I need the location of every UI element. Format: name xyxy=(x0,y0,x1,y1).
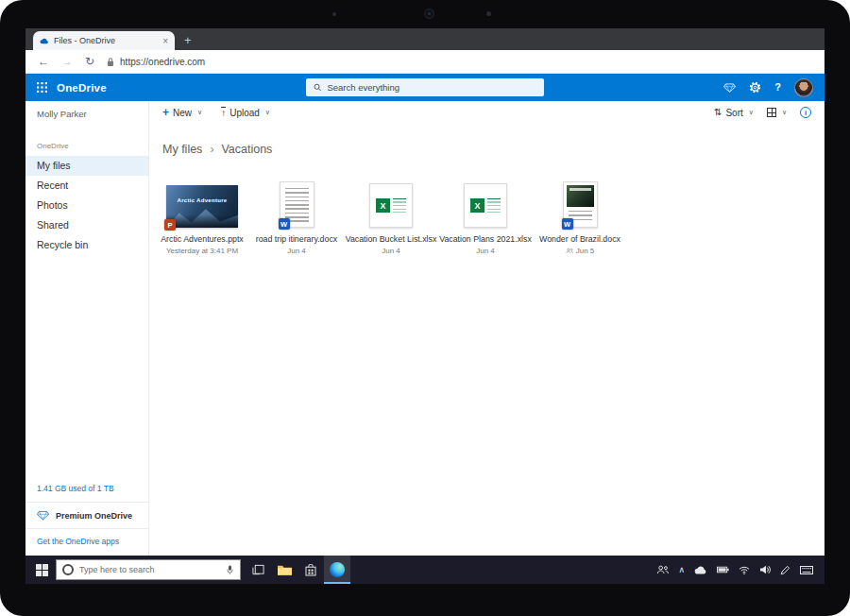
edge-icon[interactable] xyxy=(324,556,350,584)
upload-icon: ↑ xyxy=(221,107,226,118)
edge-logo xyxy=(330,562,345,577)
sidebar: Molly Parker OneDrive My files Recent Ph… xyxy=(26,101,149,556)
file-date: Jun 4 xyxy=(476,247,495,255)
help-icon[interactable]: ? xyxy=(774,82,781,93)
people-icon[interactable] xyxy=(656,565,669,574)
sidebar-item-photos[interactable]: Photos xyxy=(26,196,148,215)
file-name: Vacation Bucket List.xlsx xyxy=(346,234,437,244)
task-view-button[interactable] xyxy=(245,556,271,584)
taskbar-search-box[interactable] xyxy=(56,559,241,580)
avatar[interactable] xyxy=(794,78,813,97)
thumbnail-wrap: W xyxy=(563,177,598,228)
word-icon: W xyxy=(562,218,573,230)
upload-button[interactable]: ↑ Upload ∨ xyxy=(221,107,270,118)
app-launcher-icon[interactable] xyxy=(37,82,47,93)
file-tile-vacation-bucket-list[interactable]: X Vacation Bucket List.xlsx Jun 4 xyxy=(344,177,438,255)
excel-icon: X xyxy=(470,198,484,213)
new-button[interactable]: + New ∨ xyxy=(162,107,202,118)
sidebar-item-shared[interactable]: Shared xyxy=(26,215,148,235)
mic-dot xyxy=(332,12,336,16)
mic-dot xyxy=(486,11,491,16)
file-date: Yesterday at 3:41 PM xyxy=(166,247,238,255)
grid-view-icon xyxy=(767,108,776,117)
settings-gear-icon[interactable] xyxy=(749,81,761,94)
thumbnail-shade xyxy=(166,214,238,228)
file-tile-arctic-adventures[interactable]: Arctic Adventure P Arctic Adventures.ppt… xyxy=(155,177,249,255)
chevron-up-icon[interactable]: ∧ xyxy=(678,565,685,574)
refresh-button[interactable]: ↻ xyxy=(85,56,94,67)
command-bar-right: ⇅ Sort ∨ ∨ i xyxy=(714,107,811,118)
file-name: road trip itinerary.docx xyxy=(256,234,337,244)
file-tile-wonder-of-brazil[interactable]: W Wonder of Brazil.docx Jun 5 xyxy=(533,177,627,255)
excel-table-lines xyxy=(393,198,406,213)
new-tab-button[interactable]: + xyxy=(184,33,192,50)
shared-people-icon xyxy=(566,248,573,254)
sidebar-section-label: OneDrive xyxy=(26,142,148,156)
microphone-icon[interactable] xyxy=(226,564,234,575)
forward-button[interactable]: → xyxy=(61,56,73,67)
onedrive-favicon-icon xyxy=(40,38,49,44)
file-tile-road-trip-itinerary[interactable]: W road trip itinerary.docx Jun 4 xyxy=(249,177,344,255)
network-icon[interactable] xyxy=(739,566,750,574)
thumbnail-wrap: Arctic Adventure P xyxy=(166,177,238,228)
tab-title: Files - OneDrive xyxy=(54,36,158,45)
battery-icon[interactable] xyxy=(717,566,729,573)
start-button[interactable] xyxy=(27,556,56,584)
breadcrumb: My files › Vacations xyxy=(149,124,824,156)
thumbnail-cover-image xyxy=(567,185,594,207)
file-date: Jun 4 xyxy=(287,247,306,255)
file-tile-vacation-plans-2021[interactable]: X Vacation Plans 2021.xlsx Jun 4 xyxy=(438,177,533,255)
chevron-down-icon: ∨ xyxy=(265,109,270,116)
view-toggle-button[interactable]: ∨ xyxy=(767,108,787,117)
excel-icon: X xyxy=(376,198,390,213)
url-field[interactable]: https://onedrive.com xyxy=(107,57,205,67)
file-name: Arctic Adventures.pptx xyxy=(161,234,244,244)
app-title: OneDrive xyxy=(57,82,107,94)
browser-tab[interactable]: Files - OneDrive × xyxy=(33,31,175,50)
sidebar-spacer xyxy=(26,255,148,477)
docx-thumbnail: W xyxy=(280,181,314,228)
taskbar-search-input[interactable] xyxy=(79,565,220,574)
file-name: Vacation Plans 2021.xlsx xyxy=(439,234,532,244)
url-text: https://onedrive.com xyxy=(120,57,205,67)
excel-table-lines xyxy=(487,198,501,213)
premium-label: Premium OneDrive xyxy=(56,511,132,521)
search-box[interactable] xyxy=(306,78,544,96)
close-tab-icon[interactable]: × xyxy=(162,36,168,46)
touch-keyboard-icon[interactable] xyxy=(800,566,813,574)
storage-status[interactable]: 1.41 GB used of 1 TB xyxy=(26,477,148,502)
info-button[interactable]: i xyxy=(800,107,811,118)
breadcrumb-current: Vacations xyxy=(221,143,272,156)
microsoft-store-icon[interactable] xyxy=(298,556,324,584)
premium-diamond-icon[interactable] xyxy=(723,83,736,93)
sort-button[interactable]: ⇅ Sort ∨ xyxy=(714,108,754,118)
sort-label: Sort xyxy=(725,108,742,118)
search-input[interactable] xyxy=(327,82,536,93)
thumbnail-wrap: W xyxy=(280,177,314,228)
file-name: Wonder of Brazil.docx xyxy=(539,234,620,244)
back-button[interactable]: ← xyxy=(38,56,49,67)
thumbnail-text-lines xyxy=(285,188,309,222)
volume-icon[interactable] xyxy=(759,565,771,574)
camera xyxy=(424,9,434,19)
onedrive-cloud-icon[interactable] xyxy=(694,566,707,574)
thumbnail-caption: Arctic Adventure xyxy=(166,197,238,203)
file-explorer-icon[interactable] xyxy=(271,556,298,584)
sidebar-item-recent[interactable]: Recent xyxy=(26,176,148,196)
sidebar-item-recycle-bin[interactable]: Recycle bin xyxy=(26,235,148,255)
breadcrumb-my-files[interactable]: My files xyxy=(162,143,202,156)
device-frame: Files - OneDrive × + ← → ↻ https://onedr… xyxy=(0,0,850,616)
get-apps-link[interactable]: Get the OneDrive apps xyxy=(26,528,148,556)
pen-icon[interactable] xyxy=(780,565,790,575)
chevron-down-icon: ∨ xyxy=(749,109,754,116)
browser-address-bar: ← → ↻ https://onedrive.com xyxy=(26,50,824,74)
command-bar: + New ∨ ↑ Upload ∨ ⇅ Sort ∨ xyxy=(149,101,824,124)
taskbar-apps xyxy=(245,556,350,584)
account-name: Molly Parker xyxy=(26,101,148,123)
taskbar: ∧ xyxy=(26,556,824,584)
premium-onedrive-link[interactable]: Premium OneDrive xyxy=(26,502,148,528)
header-actions: ? xyxy=(723,78,815,97)
sidebar-item-my-files[interactable]: My files xyxy=(26,156,148,176)
breadcrumb-separator-icon: › xyxy=(210,143,213,156)
page-body: Molly Parker OneDrive My files Recent Ph… xyxy=(26,101,824,556)
